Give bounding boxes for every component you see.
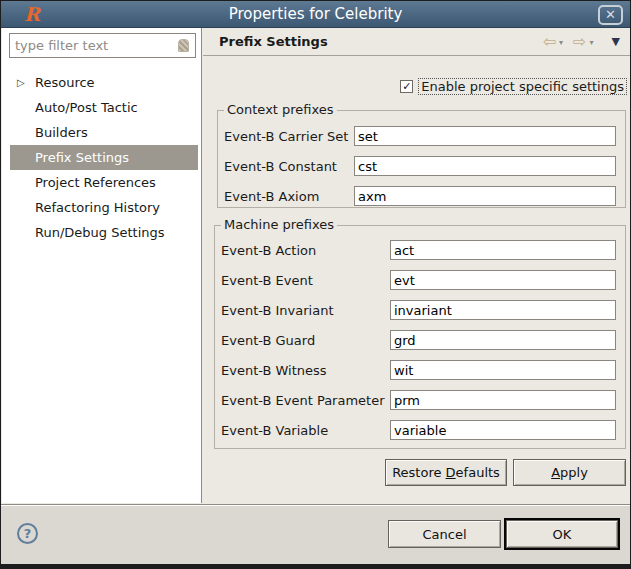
variable-input[interactable]	[390, 420, 616, 440]
invariant-input[interactable]	[390, 300, 616, 320]
back-dropdown-icon[interactable]: ▾	[559, 38, 563, 47]
check-icon: ✓	[402, 80, 411, 93]
prefix-settings-content: ✓ Enable project specific settings Conte…	[203, 56, 630, 503]
help-button[interactable]: ?	[17, 523, 38, 544]
event-input[interactable]	[390, 270, 616, 290]
field-row-variable: Event-B Variable	[215, 415, 625, 445]
sidebar-item-refactoring-history[interactable]: Refactoring History	[10, 195, 198, 220]
axiom-input[interactable]	[354, 186, 616, 206]
context-prefixes-group: Context prefixes Event-B Carrier Set Eve…	[217, 110, 626, 208]
field-row-carrier-set: Event-B Carrier Set	[218, 121, 625, 151]
machine-prefixes-group: Machine prefixes Event-B Action Event-B …	[214, 225, 626, 449]
sidebar-item-label: Prefix Settings	[35, 150, 129, 165]
group-legend: Context prefixes	[224, 102, 337, 117]
close-icon: ✕	[605, 7, 616, 22]
enable-project-settings-checkbox[interactable]: ✓	[400, 80, 413, 93]
field-label: Event-B Action	[221, 243, 390, 258]
field-label: Event-B Axiom	[224, 189, 354, 204]
field-label: Event-B Carrier Set	[224, 129, 354, 144]
properties-tree: ▷ Resource Auto/Post Tactic Builders Pre…	[10, 70, 198, 245]
field-label: Event-B Guard	[221, 333, 390, 348]
guard-input[interactable]	[390, 330, 616, 350]
sidebar-item-label: Refactoring History	[35, 200, 160, 215]
sidebar-item-builders[interactable]: Builders	[10, 120, 198, 145]
field-row-action: Event-B Action	[215, 235, 625, 265]
field-row-axiom: Event-B Axiom	[218, 181, 625, 211]
witness-input[interactable]	[390, 360, 616, 380]
window-title: Properties for Celebrity	[1, 1, 630, 28]
sidebar-item-label: Project References	[35, 175, 156, 190]
back-icon[interactable]: ⇦	[543, 34, 556, 50]
apply-button[interactable]: Apply	[513, 459, 626, 486]
action-buttons: Restore Defaults Apply	[385, 459, 626, 486]
properties-dialog: R Properties for Celebrity ✕ ▷ Resource …	[0, 0, 631, 569]
enable-project-settings-label[interactable]: Enable project specific settings	[418, 78, 627, 95]
ok-button-default-ring: OK	[504, 518, 620, 550]
filter-box	[9, 33, 196, 58]
field-row-constant: Event-B Constant	[218, 151, 625, 181]
page-header: Prefix Settings ⇦ ▾ ⇨ ▾ ▼	[203, 28, 630, 56]
event-parameter-input[interactable]	[390, 390, 616, 410]
filter-input[interactable]	[9, 33, 196, 58]
sidebar-item-resource[interactable]: ▷ Resource	[10, 70, 198, 95]
constant-input[interactable]	[354, 156, 616, 176]
sidebar-item-project-references[interactable]: Project References	[10, 170, 198, 195]
ok-button[interactable]: OK	[506, 520, 618, 548]
field-row-guard: Event-B Guard	[215, 325, 625, 355]
carrier-set-input[interactable]	[354, 126, 616, 146]
sidebar-item-label: Run/Debug Settings	[35, 225, 165, 240]
history-nav: ⇦ ▾ ⇨ ▾ ▼	[543, 34, 620, 50]
title-bar[interactable]: R Properties for Celebrity ✕	[1, 1, 630, 28]
forward-dropdown-icon[interactable]: ▾	[590, 38, 594, 47]
sidebar-item-run-debug-settings[interactable]: Run/Debug Settings	[10, 220, 198, 245]
sidebar: ▷ Resource Auto/Post Tactic Builders Pre…	[2, 28, 202, 503]
sidebar-item-auto-post-tactic[interactable]: Auto/Post Tactic	[10, 95, 198, 120]
sidebar-item-prefix-settings[interactable]: Prefix Settings	[10, 145, 198, 170]
cancel-button[interactable]: Cancel	[388, 520, 501, 548]
clear-filter-icon[interactable]	[178, 39, 189, 52]
action-input[interactable]	[390, 240, 616, 260]
dialog-body: ▷ Resource Auto/Post Tactic Builders Pre…	[1, 28, 630, 504]
dialog-footer: ? Cancel OK	[1, 506, 630, 564]
question-mark-icon: ?	[24, 526, 32, 541]
field-row-invariant: Event-B Invariant	[215, 295, 625, 325]
enable-project-settings-row: ✓ Enable project specific settings	[400, 78, 627, 95]
field-label: Event-B Event	[221, 273, 390, 288]
restore-defaults-button[interactable]: Restore Defaults	[385, 459, 507, 486]
field-row-witness: Event-B Witness	[215, 355, 625, 385]
forward-icon[interactable]: ⇨	[573, 34, 586, 50]
sidebar-item-label: Resource	[35, 75, 95, 90]
sidebar-item-label: Auto/Post Tactic	[35, 100, 138, 115]
field-label: Event-B Event Parameter	[221, 393, 390, 408]
field-label: Event-B Variable	[221, 423, 390, 438]
field-label: Event-B Witness	[221, 363, 390, 378]
expander-icon[interactable]: ▷	[17, 77, 35, 88]
field-row-event: Event-B Event	[215, 265, 625, 295]
group-legend: Machine prefixes	[221, 217, 337, 232]
field-row-event-parameter: Event-B Event Parameter	[215, 385, 625, 415]
page-title: Prefix Settings	[219, 34, 328, 49]
field-label: Event-B Invariant	[221, 303, 390, 318]
close-button[interactable]: ✕	[598, 5, 623, 25]
field-label: Event-B Constant	[224, 159, 354, 174]
view-menu-icon[interactable]: ▼	[612, 35, 620, 48]
sidebar-item-label: Builders	[35, 125, 88, 140]
